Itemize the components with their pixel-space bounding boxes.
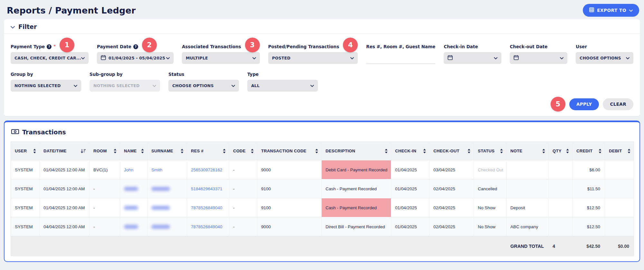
col-header-code[interactable]: CODE (229, 142, 257, 160)
calendar-icon (448, 55, 453, 61)
res-link[interactable]: 2565309726162 (191, 167, 223, 172)
cell-description: Cash - Payment Recorded (322, 198, 391, 217)
cell-name[interactable]: John (120, 160, 147, 179)
table-header-row: USERDATE/TIMEROOMNAMESURNAMERES #CODETRA… (11, 142, 634, 160)
page-title: Reports / Payment Ledger (7, 5, 136, 15)
export-to-button[interactable]: EXPORT TO (583, 4, 639, 17)
chevron-down-icon (81, 56, 85, 60)
col-header-datetime[interactable]: DATE/TIME (40, 142, 90, 160)
payment-date-picker[interactable]: 01/04/2025 - 05/04/2025 (97, 52, 174, 64)
user-select[interactable]: CHOOSE OPTIONS (576, 52, 633, 64)
cell-res[interactable]: 7878526849040 (187, 198, 229, 217)
cell-surname[interactable]: Smith (147, 160, 187, 179)
checkin-date-label: Check-in Date (444, 44, 478, 49)
group-by-label: Group by (11, 72, 33, 77)
calendar-icon (514, 55, 519, 61)
grand-total-debit: $0.00 (605, 236, 634, 256)
banknote-icon (11, 129, 19, 136)
status-select[interactable]: CHOOSE OPTIONS (168, 80, 239, 92)
cell-note: Deposit (507, 198, 549, 217)
col-header-checkout[interactable]: CHECK-OUT (430, 142, 474, 160)
cell-note (507, 160, 549, 179)
cell-user: SYSTEM (11, 179, 40, 198)
associated-transactions-label: Associated Transactions (182, 44, 241, 49)
surname-link[interactable]: Smith (151, 167, 163, 172)
step-badge-4: 4 (343, 38, 358, 52)
transaction-row: SYSTEM01/04/2025 12:00 AM-5184629643371-… (11, 179, 634, 198)
cell-checkin: 01/04/2025 (391, 179, 430, 198)
redacted-surname (151, 206, 170, 210)
cell-res[interactable]: 2565309726162 (187, 160, 229, 179)
checkout-date-picker[interactable] (510, 52, 567, 64)
help-icon[interactable]: ? (47, 44, 52, 49)
filter-field-checkout-date: Check-out Date (510, 43, 567, 64)
grand-total-label: GRAND TOTAL (507, 236, 549, 256)
res-link[interactable]: 7878526849040 (191, 205, 223, 210)
col-header-note[interactable]: NOTE (507, 142, 549, 160)
cell-qty (549, 179, 573, 198)
cell-tcode: 9100 (257, 198, 322, 217)
cell-credit: $6.00 (573, 160, 605, 179)
col-header-description[interactable]: DESCRIPTION (322, 142, 391, 160)
res-link[interactable]: 5184629643371 (191, 186, 223, 191)
res-room-guest-input[interactable] (366, 52, 435, 64)
top-bar: Reports / Payment Ledger EXPORT TO (0, 0, 644, 19)
posted-pending-select[interactable]: POSTED (268, 52, 358, 64)
type-select[interactable]: ALL (247, 80, 318, 92)
cell-res[interactable]: 5184629643371 (187, 179, 229, 198)
col-header-surname[interactable]: SURNAME (147, 142, 187, 160)
col-header-status[interactable]: STATUS (474, 142, 507, 160)
sub-group-by-label: Sub-group by (90, 72, 123, 77)
chevron-down-icon (629, 8, 633, 13)
name-link[interactable]: John (124, 167, 133, 172)
cell-room: BVC(1) (90, 160, 120, 179)
transaction-row: SYSTEM01/04/2025 12:00 AM-7878526849040-… (11, 198, 634, 217)
help-icon[interactable]: ? (133, 44, 138, 49)
filter-field-user: User CHOOSE OPTIONS (576, 43, 633, 64)
cell-credit: $12.50 (573, 217, 605, 236)
col-header-debit[interactable]: DEBIT (605, 142, 634, 160)
col-header-res[interactable]: RES # (187, 142, 229, 160)
cell-note (507, 179, 549, 198)
chevron-down-icon (494, 56, 497, 60)
clear-button[interactable]: CLEAR (603, 98, 633, 110)
col-header-credit[interactable]: CREDIT (573, 142, 605, 160)
step-badge-3: 3 (245, 38, 260, 52)
filter-field-res-room-guest: Res #, Room #, Guest Name (366, 43, 435, 64)
cell-code: - (229, 217, 257, 236)
associated-transactions-select[interactable]: MULTIPLE (182, 52, 260, 64)
apply-button[interactable]: APPLY (569, 98, 599, 110)
grand-total-spacer (11, 236, 507, 256)
group-by-select[interactable]: NOTHING SELECTED (11, 80, 81, 92)
col-header-tcode[interactable]: TRANSACTION CODE (257, 142, 322, 160)
cell-room: - (90, 179, 120, 198)
cell-description: Debit Card - Payment Recorded (322, 160, 391, 179)
cell-datetime: 04/04/2025 12:00 AM (40, 217, 90, 236)
cell-surname (147, 179, 187, 198)
col-header-name[interactable]: NAME (120, 142, 147, 160)
col-header-room[interactable]: ROOM (90, 142, 120, 160)
grand-total-row: GRAND TOTAL4$42.50$0.00 (11, 236, 634, 256)
checkin-date-picker[interactable] (444, 52, 501, 64)
col-header-checkin[interactable]: CHECK-IN (391, 142, 430, 160)
cell-debit (605, 217, 634, 236)
payment-date-label: Payment Date (97, 44, 131, 49)
col-header-qty[interactable]: QTY (549, 142, 573, 160)
step-badge-1: 1 (60, 38, 74, 52)
col-header-user[interactable]: USER (11, 142, 40, 160)
filter-header[interactable]: Filter (4, 19, 640, 34)
cell-checkout: 03/04/2025 (430, 160, 474, 179)
cell-res[interactable]: 7878526849040 (187, 217, 229, 236)
payment-type-select[interactable]: CASH, CHECK, CREDIT CAR... (11, 52, 89, 64)
transactions-panel: Transactions USERDATE/TIMEROOMNAMESURNAM… (4, 121, 640, 262)
cell-name (120, 179, 147, 198)
filter-title: Filter (18, 23, 37, 30)
res-link[interactable]: 7878526849040 (191, 224, 223, 229)
cell-status: No Show (474, 217, 507, 236)
filter-field-payment-date: Payment Date ? 2 01/04/2025 - 05/04/2025 (97, 43, 174, 64)
cell-checkout: 02/04/2025 (430, 198, 474, 217)
chevron-down-icon (310, 83, 314, 88)
cell-note: ABC company (507, 217, 549, 236)
filter-row-2: Group by NOTHING SELECTED Sub-group by N… (11, 71, 633, 92)
redacted-name (124, 225, 138, 229)
